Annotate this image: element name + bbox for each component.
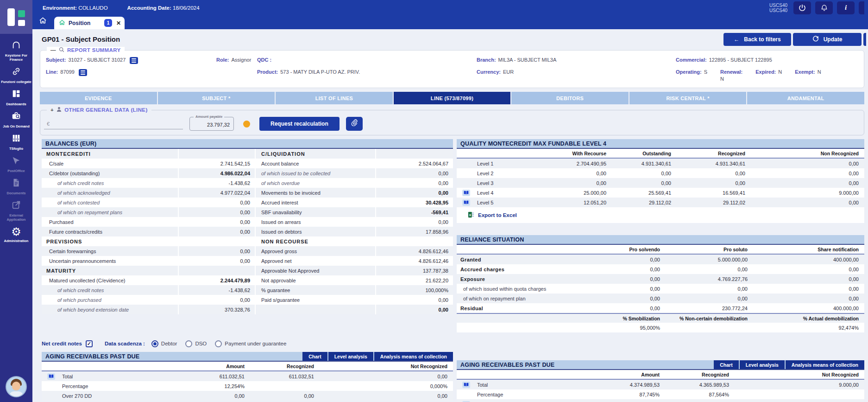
tab-evidence[interactable]: EVIDENCE [40,92,157,104]
attachment-button[interactable] [346,117,363,131]
field-role: Role:Assignor [216,57,257,64]
app-logo [0,0,32,34]
tab-position[interactable]: Position 1 ✕ [54,17,125,29]
analysis-means-button[interactable]: Analysis means of collection [374,352,453,361]
sidebar-item-keystone-for-finance[interactable]: Keystone For Finance [0,38,32,64]
field-exempt: Exempt:N [795,69,821,82]
balances-row: of which on repayment plans0,00SBF unava… [42,207,453,217]
document-icon [11,178,22,190]
detail-book-icon[interactable] [462,199,470,206]
subject-detail-icon[interactable] [130,57,138,64]
sidebar-item-job-on-demand[interactable]: Job On Demand [0,108,32,131]
sidebar-item-documents[interactable]: Documents [0,175,32,198]
top-bar: Environment: COLLAUDO Accounting Date: 1… [0,0,868,15]
excel-icon: x [468,211,474,219]
currency-input[interactable] [44,119,183,129]
reliance-row: Granted0,005.000.000,00400.000,00 [457,255,864,264]
tab-subject[interactable]: SUBJECT * [158,92,275,104]
radio-dso[interactable]: DSO [185,340,207,347]
chart-button[interactable]: Chart [714,360,738,369]
tab-andamental[interactable]: ANDAMENTAL [747,92,864,104]
sidebar-item-funzioni-collegate[interactable]: Funzioni collegate [0,64,32,86]
radio-dso-circle[interactable] [185,340,192,347]
quality-title: QUALITY MONTECREDIT MAX FUNDABLE LEVEL 4 [457,139,864,148]
tab-home-icon [59,19,65,27]
radio-payment-under-guarantee[interactable]: Payment under guarantee [215,340,286,347]
field-qdc: QDC : [257,57,477,64]
home-icon[interactable] [39,17,47,26]
sidebar-item-external-application[interactable]: External Application [0,198,32,224]
user-avatar[interactable] [6,376,27,397]
field-product: Product:573 - MATY DILA P-UTO AZ. PRIV. [257,69,477,82]
reliance-title: RELIANCE SITUATION [457,235,864,244]
field-currency: Currency:EUR [477,69,676,82]
partial-toolbar-button[interactable] [859,1,864,14]
radio-debtor-circle[interactable] [151,340,158,347]
field-line: Line:87099 [46,69,216,82]
balances-row: Certain forewarnings0,00Approved gross4.… [42,246,453,256]
status-indicator-dot [243,121,250,128]
radio-debtor[interactable]: Debtor [151,340,177,347]
quality-row: Level 425.000,0025.569,4116.569,419.000,… [457,188,864,198]
radio-guarantee-circle[interactable] [215,340,222,347]
sidebar-item-postoffice[interactable]: PostOffice [0,153,32,175]
detail-book-icon[interactable] [47,373,55,380]
level-analysis-button[interactable]: Level analysis [740,360,785,369]
sidebar-item-label: Administration [4,239,29,243]
export-to-excel-link[interactable]: x Export to Excel [457,207,864,223]
page-header: GP01 - Subject Position ←Back to filters… [32,29,868,46]
tab-risk-central[interactable]: RISK CENTRAL * [629,92,747,104]
sidebar-item-label: Keystone For Finance [1,53,31,62]
briefcase-search-icon [11,111,22,123]
field-branch: Branch:MIL3A - SUBJECT MIL3A [477,57,676,64]
gear-icon: ⚙ [11,226,21,237]
tab-close-icon[interactable]: ✕ [116,20,121,26]
sidebar-item-dashboards[interactable]: Dashboards [0,86,32,108]
back-to-filters-button[interactable]: ←Back to filters [723,33,791,46]
sidebar-item-label: Documents [7,191,26,195]
analysis-means-button[interactable]: Analysis means of collection [786,360,864,369]
data-scadenza-label: Data scadenza : [105,341,145,346]
accounting-date-value: 18/06/2024 [173,5,200,11]
main-content: GP01 - Subject Position ←Back to filters… [32,29,868,402]
level-analysis-button[interactable]: Level analysis [328,352,373,361]
field-operating: Operating:S [676,69,707,82]
chart-button[interactable]: Chart [302,352,327,361]
aging-left-title: AGING RECEIVABLES PAST DUE [42,352,302,361]
field-subject: Subject:31027 - SUBJECT 31027 [46,57,216,64]
update-button[interactable]: Update [793,33,862,46]
document-tab-strip: Position 1 ✕ [32,15,868,29]
tab-list-of-lines[interactable]: LIST OF LINES [276,92,393,104]
aging-right-title: AGING RECEIVABLES PAST DUE [457,360,714,369]
request-recalculation-button[interactable]: Request recalculation [259,117,340,131]
person-icon [57,107,62,113]
balances-row: Matured uncollected (C/evidence)2.244.47… [42,275,453,285]
aging-row: Total4.374.989,534.365.989,539.000,00 [457,380,864,389]
tab-count-badge: 1 [104,19,112,27]
detail-book-icon[interactable] [462,382,470,388]
sidebar-item-tsfoglio[interactable]: TSfoglio [0,131,32,153]
tab-label: Position [69,20,90,26]
tab-line[interactable]: LINE (573/87099) [394,92,511,104]
arrow-left-icon: ← [734,36,739,43]
logout-button[interactable] [793,1,811,14]
balances-row: MONTECREDITIC/LIQUIDATION [42,149,453,159]
detail-book-icon[interactable] [462,190,470,196]
magnifier-icon [59,47,64,53]
tab-debitors[interactable]: DEBITORS [511,92,629,104]
environment-label: Environment: [43,5,77,11]
line-detail-icon[interactable] [79,69,87,76]
aging-right-panel: AGING RECEIVABLES PAST DUE Chart Level a… [457,360,864,402]
send-cursor-icon [11,155,22,167]
quality-row: Level 20,000,000,000,00 [457,168,864,178]
balances-row: C/debtor (outstanding)4.986.022,04of whi… [42,168,453,178]
partial-action-button[interactable] [863,33,866,46]
expand-icon[interactable]: + [50,107,54,113]
collapse-icon[interactable]: — [50,47,56,53]
info-button[interactable]: i [837,1,855,14]
notifications-button[interactable] [815,1,833,14]
amount-payable-input[interactable] [194,122,230,128]
sidebar-item-administration[interactable]: ⚙ Administration [0,224,32,245]
balances-row: Purchased0,00Issued on arrears0,00 [42,217,453,227]
net-credit-notes-checkbox[interactable] [86,340,93,347]
